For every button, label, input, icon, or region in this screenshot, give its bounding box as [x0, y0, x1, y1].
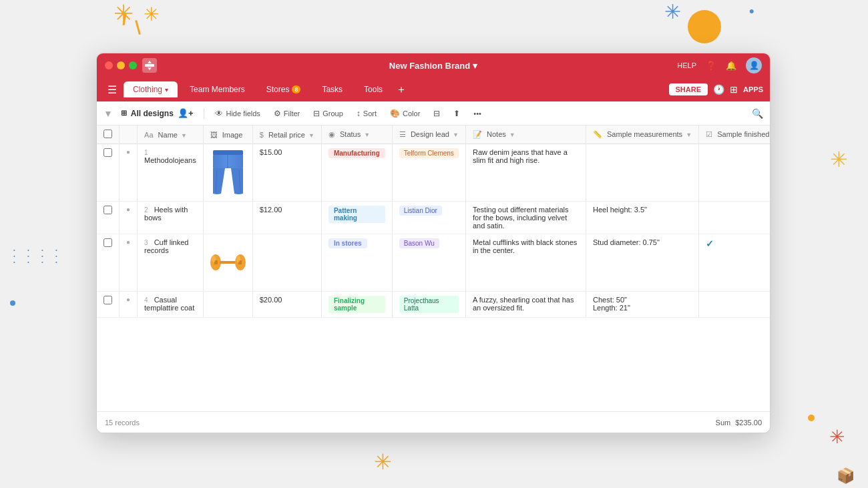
- hamburger-menu[interactable]: ☰: [103, 81, 121, 99]
- sort-button[interactable]: ↕ Sort: [351, 106, 382, 121]
- more-icon: •••: [473, 109, 481, 117]
- row-4-image: [203, 292, 252, 318]
- close-button[interactable]: [105, 61, 113, 69]
- tab-team-members[interactable]: Team Members: [180, 81, 254, 97]
- action-bar: ▼ ⊞ All designs 👤+ 👁 Hide fields ⚙ Filte…: [97, 101, 770, 126]
- filter-icon: ⚙: [274, 109, 281, 118]
- app-logo: [142, 58, 157, 73]
- select-all-checkbox[interactable]: [103, 130, 112, 138]
- tab-bar-right: SHARE 🕐 ⊞ APPS: [669, 83, 763, 95]
- row-1-checkbox[interactable]: [97, 144, 120, 202]
- price-col-icon: $: [260, 131, 264, 139]
- maximize-button[interactable]: [129, 61, 137, 69]
- row-1-finished: [699, 144, 770, 202]
- group-button[interactable]: ⊟ Group: [308, 106, 349, 121]
- notes-sort-icon: ▼: [509, 132, 515, 138]
- tab-clothing[interactable]: Clothing ▾: [124, 81, 178, 97]
- sort-icon: ↕: [357, 109, 361, 118]
- tab-tools[interactable]: Tools: [355, 81, 392, 97]
- grid-icon[interactable]: ⊞: [730, 84, 738, 95]
- measurements-col-icon: 📏: [593, 130, 602, 138]
- add-tab-button[interactable]: ＋: [396, 83, 407, 97]
- more-button[interactable]: •••: [468, 107, 487, 120]
- row-1-num-name: 1 Methodolojeans: [138, 144, 204, 202]
- row-4-num-name: 4 Casual templattire coat: [138, 292, 204, 318]
- row-4-measurements: Chest: 50" Length: 21": [586, 292, 698, 318]
- history-icon[interactable]: 🕐: [713, 84, 724, 95]
- col-image[interactable]: 🖼 Image: [203, 126, 252, 144]
- export-button[interactable]: ⬆: [448, 106, 465, 121]
- row-1-name: Methodolojeans: [144, 156, 196, 164]
- col-name[interactable]: Aa Name ▼: [138, 126, 204, 144]
- filter-button[interactable]: ⚙ Filter: [268, 106, 305, 121]
- measurements-sort-icon: ▼: [686, 132, 692, 138]
- row-2-finished: [699, 202, 770, 234]
- row-4-notes: A fuzzy, shearling coat that has an over…: [465, 292, 586, 318]
- table-row: ● 2 Heels with bows $12.00 Pattern makin…: [97, 202, 770, 234]
- tab-stores[interactable]: Stores 8: [257, 81, 310, 97]
- col-color: [120, 126, 138, 144]
- tab-tasks[interactable]: Tasks: [312, 81, 352, 97]
- row-3-price: [252, 234, 321, 292]
- row-2-status: Pattern making: [321, 202, 392, 234]
- table-row: ● 3 Cuff linked records: [97, 234, 770, 292]
- svg-rect-1: [145, 64, 154, 67]
- col-price[interactable]: $ Retail price ▼: [252, 126, 321, 144]
- col-status[interactable]: ◉ Status ▼: [321, 126, 392, 144]
- col-image-label: Image: [222, 131, 243, 139]
- title-bar: New Fashion Brand ▾ HELP ❓ 🔔 👤: [97, 53, 770, 77]
- tab-tools-label: Tools: [364, 85, 383, 94]
- row-4-num: 4: [144, 296, 148, 304]
- search-icon[interactable]: 🔍: [752, 108, 763, 119]
- row-3-checkbox[interactable]: [97, 234, 120, 292]
- col-price-label: Retail price: [268, 131, 305, 139]
- color-button[interactable]: 🎨 Color: [385, 106, 425, 121]
- notification-icon[interactable]: 🔔: [726, 61, 736, 71]
- row-4-name: Casual templattire coat: [144, 296, 194, 312]
- row-3-num-name: 3 Cuff linked records: [138, 234, 204, 292]
- all-designs-label: All designs: [131, 109, 174, 118]
- help-label[interactable]: HELP: [677, 61, 696, 69]
- row-1-dl-badge: Telform Clemens: [399, 148, 459, 158]
- status-col-icon: ◉: [329, 130, 335, 138]
- svg-point-13: [236, 256, 240, 262]
- row-2-image: [203, 202, 252, 234]
- row-4-color: ●: [120, 292, 138, 318]
- sum-value: $235.00: [735, 419, 762, 427]
- row-height-button[interactable]: ⊟: [428, 106, 445, 121]
- row-3-color: ●: [120, 234, 138, 292]
- col-measurements[interactable]: 📏 Sample measurements ▼: [586, 126, 698, 144]
- col-notes[interactable]: 📝 Notes ▼: [465, 126, 586, 144]
- row-1-price: $15.00: [252, 144, 321, 202]
- avatar[interactable]: 👤: [746, 57, 762, 73]
- col-finished[interactable]: ☑ Sample finished?: [699, 126, 770, 144]
- apps-label[interactable]: APPS: [743, 85, 763, 93]
- action-bar-right: 🔍: [752, 107, 763, 119]
- tab-clothing-dropdown[interactable]: ▾: [165, 86, 168, 93]
- view-selector[interactable]: ⊞ All designs 👤+: [116, 105, 199, 121]
- svg-rect-2: [213, 150, 243, 156]
- filter-down-icon[interactable]: ▼: [103, 108, 113, 119]
- row-3-finished: ✓: [699, 234, 770, 292]
- row-4-checkbox[interactable]: [97, 292, 120, 318]
- window-title: New Fashion Brand ▾: [389, 61, 477, 71]
- share-button[interactable]: SHARE: [669, 83, 708, 95]
- col-checkbox: [97, 126, 120, 144]
- add-member-icon[interactable]: 👤+: [178, 108, 194, 118]
- row-2-checkbox[interactable]: [97, 202, 120, 234]
- tab-stores-label: Stores: [266, 85, 290, 94]
- traffic-lights: [105, 61, 137, 69]
- table-container[interactable]: Aa Name ▼ 🖼 Image $ Retail price ▼ ◉: [97, 126, 770, 411]
- help-icon[interactable]: ❓: [706, 61, 716, 71]
- tab-bar: ☰ Clothing ▾ Team Members Stores 8 Tasks…: [97, 77, 770, 101]
- col-name-label: Name: [158, 131, 178, 139]
- row-3-status: In stores: [321, 234, 392, 292]
- minimize-button[interactable]: [117, 61, 125, 69]
- col-design-lead[interactable]: ☰ Design lead ▼: [392, 126, 465, 144]
- row-1-design-lead: Telform Clemens: [392, 144, 465, 202]
- designs-table: Aa Name ▼ 🖼 Image $ Retail price ▼ ◉: [97, 126, 770, 318]
- hide-fields-button[interactable]: 👁 Hide fields: [210, 106, 265, 121]
- col-measurements-label: Sample measurements: [607, 130, 682, 138]
- tab-clothing-label: Clothing: [133, 85, 162, 94]
- table-row: ● 1 Methodolojeans: [97, 144, 770, 202]
